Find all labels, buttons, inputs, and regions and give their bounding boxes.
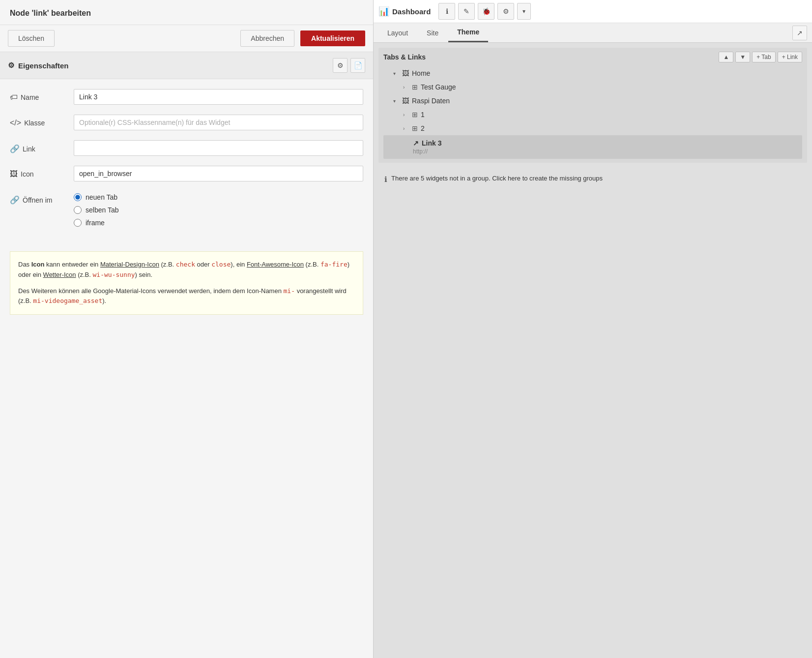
info-code-mi-videogame: mi-videogame_asset: [33, 297, 102, 304]
info-code-check: check: [176, 261, 195, 268]
test-gauge-arrow-icon: ›: [403, 85, 409, 90]
properties-header-left: ⚙ Eigenschaften: [8, 61, 69, 70]
name-label: 🏷 Name: [10, 89, 74, 102]
debug-button[interactable]: 🐞: [478, 3, 494, 20]
raspi-daten-arrow-icon: ▾: [393, 98, 399, 104]
radio-neuer-tab[interactable]: neuen Tab: [74, 193, 118, 201]
home-label: Home: [412, 69, 430, 77]
info-code-close: close: [211, 261, 231, 268]
right-content: Tabs & Links ▲ ▼ + Tab + Link ▾ 🖼 Home ›…: [374, 43, 812, 658]
page-title: Node 'link' bearbeiten: [10, 9, 363, 18]
tabs-links-header: Tabs & Links ▲ ▼ + Tab + Link: [383, 52, 802, 62]
klasse-row: </> Klasse: [10, 115, 363, 130]
info-para1: Das Icon kann entweder ein Material-Desi…: [18, 260, 355, 280]
external-link-button[interactable]: ↗: [792, 26, 807, 40]
radio-neuer-tab-input[interactable]: [74, 193, 82, 201]
link3-row: ↗ Link 3: [413, 139, 797, 147]
settings-button[interactable]: ⚙: [497, 3, 514, 20]
oeffnen-label: 🔗 Öffnen im: [10, 191, 74, 205]
image-icon: 🖼: [10, 170, 18, 179]
info-para2: Des Weiteren können alle Google-Material…: [18, 286, 355, 307]
info-button[interactable]: ℹ: [438, 3, 455, 20]
radio-selber-tab-label: selben Tab: [86, 206, 118, 214]
tree-item-home[interactable]: ▾ 🖼 Home: [383, 66, 802, 80]
properties-label: Eigenschaften: [18, 61, 69, 70]
info-message-text: There are 5 widgets not in a group. Clic…: [391, 174, 603, 183]
klasse-input[interactable]: [74, 115, 363, 130]
dropdown-button[interactable]: ▾: [517, 3, 531, 20]
edit-button[interactable]: ✎: [458, 3, 475, 20]
icon-row: 🖼 Icon: [10, 166, 363, 181]
tree-item-link3[interactable]: ↗ Link 3 http://: [383, 135, 802, 159]
tab2-label: 2: [421, 124, 425, 132]
radio-neuer-tab-label: neuen Tab: [86, 193, 117, 201]
link-icon: 🔗: [10, 144, 20, 153]
info-code-wi-wu-sunny: wi-wu-sunny: [93, 271, 135, 278]
left-panel: Node 'link' bearbeiten Löschen Abbrechen…: [0, 0, 374, 658]
raspi-daten-page-icon: 🖼: [402, 97, 409, 105]
icon-input[interactable]: [74, 166, 363, 181]
dashboard-label: Dashboard: [392, 7, 431, 16]
name-input[interactable]: [74, 89, 363, 105]
aktualisieren-button[interactable]: Aktualisieren: [300, 30, 365, 46]
right-panel: 📊 Dashboard ℹ ✎ 🐞 ⚙ ▾ Layout Site Theme …: [374, 0, 812, 658]
tab2-grid-icon: ⊞: [412, 124, 418, 132]
gear-icon: ⚙: [8, 61, 14, 70]
tree-item-raspi-daten[interactable]: ▾ 🖼 Raspi Daten: [383, 94, 802, 108]
add-tab-button[interactable]: + Tab: [752, 52, 775, 62]
tree-item-tab-1[interactable]: › ⊞ 1: [383, 108, 802, 121]
oeffnen-label-text: Öffnen im: [23, 196, 52, 204]
move-up-button[interactable]: ▲: [719, 52, 733, 62]
radio-iframe-label: iframe: [86, 219, 105, 227]
right-header: 📊 Dashboard ℹ ✎ 🐞 ⚙ ▾: [374, 0, 812, 23]
info-code-fa-fire: fa-fire: [320, 261, 348, 268]
link-row: 🔗 Link: [10, 140, 363, 156]
dashboard-title: 📊 Dashboard: [378, 6, 431, 17]
abbrechen-button[interactable]: Abbrechen: [240, 30, 294, 47]
radio-selber-tab-input[interactable]: [74, 206, 82, 214]
raspi-daten-label: Raspi Daten: [412, 97, 450, 105]
tab-layout[interactable]: Layout: [378, 24, 417, 42]
link3-icon: ↗: [413, 139, 419, 147]
tab-site[interactable]: Site: [418, 24, 447, 42]
properties-doc-button[interactable]: 📄: [350, 58, 365, 73]
tabs-links-section: Tabs & Links ▲ ▼ + Tab + Link ▾ 🖼 Home ›…: [378, 48, 807, 163]
info-box: Das Icon kann entweder ein Material-Desi…: [10, 251, 363, 315]
properties-section: ⚙ Eigenschaften ⚙ 📄 🏷 Name </>: [0, 52, 373, 246]
properties-header-right: ⚙ 📄: [333, 58, 365, 73]
tab1-label: 1: [421, 111, 425, 119]
bar-chart-icon: 📊: [378, 6, 389, 17]
link-label: 🔗 Link: [10, 140, 74, 153]
radio-iframe-input[interactable]: [74, 219, 82, 227]
test-gauge-label: Test Gauge: [421, 83, 456, 91]
info-circle-icon: ℹ: [384, 174, 387, 185]
tab1-grid-icon: ⊞: [412, 111, 418, 119]
properties-header: ⚙ Eigenschaften ⚙ 📄: [0, 52, 373, 79]
info-wetter-link: Wetter-Icon: [43, 271, 76, 278]
move-down-button[interactable]: ▼: [735, 52, 750, 62]
radio-selber-tab[interactable]: selben Tab: [74, 206, 118, 214]
name-row: 🏷 Name: [10, 89, 363, 105]
link3-url: http://: [413, 148, 797, 155]
home-arrow-icon: ▾: [393, 71, 399, 76]
add-link-button[interactable]: + Link: [778, 52, 802, 62]
tab1-arrow-icon: ›: [403, 112, 409, 118]
test-gauge-grid-icon: ⊞: [412, 83, 418, 91]
form-body: 🏷 Name </> Klasse 🔗 Link: [0, 79, 373, 246]
tabs-links-title: Tabs & Links: [383, 53, 426, 61]
info-fa-link: Font-Awesome-Icon: [247, 261, 304, 268]
tree-item-test-gauge[interactable]: › ⊞ Test Gauge: [383, 80, 802, 94]
info-message[interactable]: ℹ There are 5 widgets not in a group. Cl…: [378, 169, 807, 190]
loeschen-button[interactable]: Löschen: [8, 30, 55, 47]
properties-settings-button[interactable]: ⚙: [333, 58, 348, 73]
tabs-links-controls: ▲ ▼ + Tab + Link: [719, 52, 802, 62]
radio-group: neuen Tab selben Tab iframe: [74, 191, 118, 227]
info-code-mi: mi-: [284, 287, 295, 295]
tree-item-tab-2[interactable]: › ⊞ 2: [383, 121, 802, 135]
tab-theme[interactable]: Theme: [448, 23, 488, 42]
right-tabs: Layout Site Theme ↗: [374, 23, 812, 43]
radio-iframe[interactable]: iframe: [74, 219, 118, 227]
info-bold-icon: Icon: [31, 261, 45, 268]
link-input[interactable]: [74, 140, 363, 156]
toolbar: Löschen Abbrechen Aktualisieren: [0, 25, 373, 52]
